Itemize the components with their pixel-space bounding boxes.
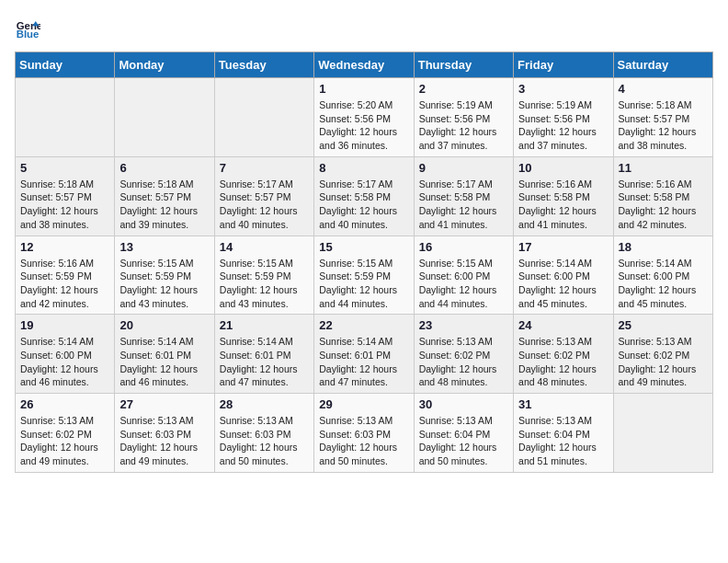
weekday-header-wednesday: Wednesday xyxy=(314,52,414,78)
day-number: 5 xyxy=(20,161,109,175)
day-info: Sunrise: 5:19 AMSunset: 5:56 PMDaylight:… xyxy=(419,98,508,153)
day-number: 27 xyxy=(119,397,209,411)
day-info: Sunrise: 5:17 AMSunset: 5:58 PMDaylight:… xyxy=(419,178,508,232)
day-info: Sunrise: 5:16 AMSunset: 5:58 PMDaylight:… xyxy=(619,178,708,232)
day-number: 10 xyxy=(518,161,608,175)
calendar-cell: 3Sunrise: 5:19 AMSunset: 5:56 PMDaylight… xyxy=(514,78,613,157)
day-info: Sunrise: 5:13 AMSunset: 6:02 PMDaylight:… xyxy=(20,414,109,468)
calendar-cell: 4Sunrise: 5:18 AMSunset: 5:57 PMDaylight… xyxy=(613,78,712,157)
calendar-cell: 23Sunrise: 5:13 AMSunset: 6:02 PMDayligh… xyxy=(414,315,513,394)
day-number: 2 xyxy=(419,82,508,96)
weekday-header-saturday: Saturday xyxy=(613,52,712,78)
day-number: 30 xyxy=(419,397,508,411)
day-info: Sunrise: 5:19 AMSunset: 5:56 PMDaylight:… xyxy=(518,98,608,153)
calendar-week-5: 26Sunrise: 5:13 AMSunset: 6:02 PMDayligh… xyxy=(16,394,713,473)
calendar-cell: 10Sunrise: 5:16 AMSunset: 5:58 PMDayligh… xyxy=(514,156,613,236)
day-number: 24 xyxy=(518,318,608,332)
day-number: 29 xyxy=(319,397,408,411)
calendar-cell: 30Sunrise: 5:13 AMSunset: 6:04 PMDayligh… xyxy=(414,394,513,473)
calendar-cell: 14Sunrise: 5:15 AMSunset: 5:59 PMDayligh… xyxy=(214,236,313,315)
day-number: 17 xyxy=(518,240,608,254)
day-info: Sunrise: 5:13 AMSunset: 6:02 PMDaylight:… xyxy=(518,335,608,389)
day-info: Sunrise: 5:15 AMSunset: 5:59 PMDaylight:… xyxy=(220,257,309,311)
calendar-cell: 29Sunrise: 5:13 AMSunset: 6:03 PMDayligh… xyxy=(314,394,414,473)
day-info: Sunrise: 5:15 AMSunset: 5:59 PMDaylight:… xyxy=(319,257,408,311)
calendar-cell xyxy=(214,78,313,157)
day-number: 15 xyxy=(319,240,408,254)
calendar-week-2: 5Sunrise: 5:18 AMSunset: 5:57 PMDaylight… xyxy=(16,156,713,236)
calendar-cell xyxy=(115,78,214,157)
weekday-header-monday: Monday xyxy=(115,52,214,78)
day-info: Sunrise: 5:13 AMSunset: 6:02 PMDaylight:… xyxy=(419,335,508,389)
day-info: Sunrise: 5:13 AMSunset: 6:03 PMDaylight:… xyxy=(319,414,408,468)
calendar-cell: 20Sunrise: 5:14 AMSunset: 6:01 PMDayligh… xyxy=(115,315,214,394)
calendar-week-3: 12Sunrise: 5:16 AMSunset: 5:59 PMDayligh… xyxy=(16,236,713,315)
day-number: 16 xyxy=(419,240,508,254)
day-number: 6 xyxy=(119,161,209,175)
calendar-cell: 8Sunrise: 5:17 AMSunset: 5:58 PMDaylight… xyxy=(314,156,414,236)
weekday-header-thursday: Thursday xyxy=(414,52,513,78)
day-info: Sunrise: 5:15 AMSunset: 6:00 PMDaylight:… xyxy=(419,257,508,311)
calendar-cell: 7Sunrise: 5:17 AMSunset: 5:57 PMDaylight… xyxy=(214,156,313,236)
day-number: 28 xyxy=(220,397,309,411)
calendar-cell: 11Sunrise: 5:16 AMSunset: 5:58 PMDayligh… xyxy=(613,156,712,236)
day-number: 23 xyxy=(419,318,508,332)
day-number: 1 xyxy=(319,82,408,96)
day-info: Sunrise: 5:16 AMSunset: 5:59 PMDaylight:… xyxy=(20,257,109,311)
day-number: 26 xyxy=(20,397,109,411)
day-number: 7 xyxy=(220,161,309,175)
day-info: Sunrise: 5:16 AMSunset: 5:58 PMDaylight:… xyxy=(518,178,608,232)
day-number: 8 xyxy=(319,161,408,175)
day-info: Sunrise: 5:17 AMSunset: 5:58 PMDaylight:… xyxy=(319,178,408,232)
page-header: General Blue xyxy=(15,15,713,40)
day-info: Sunrise: 5:15 AMSunset: 5:59 PMDaylight:… xyxy=(119,257,209,311)
calendar-cell: 31Sunrise: 5:13 AMSunset: 6:04 PMDayligh… xyxy=(514,394,613,473)
weekday-header-tuesday: Tuesday xyxy=(214,52,313,78)
calendar-cell: 9Sunrise: 5:17 AMSunset: 5:58 PMDaylight… xyxy=(414,156,513,236)
day-number: 3 xyxy=(518,82,608,96)
day-number: 11 xyxy=(619,161,708,175)
calendar-cell xyxy=(16,78,115,157)
calendar-cell: 21Sunrise: 5:14 AMSunset: 6:01 PMDayligh… xyxy=(214,315,313,394)
day-number: 9 xyxy=(419,161,508,175)
day-info: Sunrise: 5:18 AMSunset: 5:57 PMDaylight:… xyxy=(20,178,109,232)
day-number: 25 xyxy=(619,318,708,332)
calendar-cell: 1Sunrise: 5:20 AMSunset: 5:56 PMDaylight… xyxy=(314,78,414,157)
day-number: 31 xyxy=(518,397,608,411)
day-number: 19 xyxy=(20,318,109,332)
day-info: Sunrise: 5:13 AMSunset: 6:03 PMDaylight:… xyxy=(119,414,209,468)
day-info: Sunrise: 5:13 AMSunset: 6:03 PMDaylight:… xyxy=(220,414,309,468)
day-number: 18 xyxy=(619,240,708,254)
calendar-cell: 12Sunrise: 5:16 AMSunset: 5:59 PMDayligh… xyxy=(16,236,115,315)
day-number: 20 xyxy=(119,318,209,332)
day-number: 21 xyxy=(220,318,309,332)
day-info: Sunrise: 5:20 AMSunset: 5:56 PMDaylight:… xyxy=(319,98,408,153)
day-info: Sunrise: 5:14 AMSunset: 6:01 PMDaylight:… xyxy=(119,335,209,389)
calendar-week-4: 19Sunrise: 5:14 AMSunset: 6:00 PMDayligh… xyxy=(16,315,713,394)
calendar-cell: 27Sunrise: 5:13 AMSunset: 6:03 PMDayligh… xyxy=(115,394,214,473)
day-info: Sunrise: 5:17 AMSunset: 5:57 PMDaylight:… xyxy=(220,178,309,232)
day-info: Sunrise: 5:13 AMSunset: 6:02 PMDaylight:… xyxy=(619,335,708,389)
day-info: Sunrise: 5:18 AMSunset: 5:57 PMDaylight:… xyxy=(119,178,209,232)
logo: General Blue xyxy=(15,15,44,40)
day-number: 4 xyxy=(619,82,708,96)
day-number: 22 xyxy=(319,318,408,332)
calendar-cell: 18Sunrise: 5:14 AMSunset: 6:00 PMDayligh… xyxy=(613,236,712,315)
calendar-cell: 2Sunrise: 5:19 AMSunset: 5:56 PMDaylight… xyxy=(414,78,513,157)
day-info: Sunrise: 5:18 AMSunset: 5:57 PMDaylight:… xyxy=(619,98,708,153)
logo-icon: General Blue xyxy=(15,15,40,40)
calendar-cell: 28Sunrise: 5:13 AMSunset: 6:03 PMDayligh… xyxy=(214,394,313,473)
day-info: Sunrise: 5:14 AMSunset: 6:00 PMDaylight:… xyxy=(619,257,708,311)
calendar-cell: 15Sunrise: 5:15 AMSunset: 5:59 PMDayligh… xyxy=(314,236,414,315)
day-info: Sunrise: 5:13 AMSunset: 6:04 PMDaylight:… xyxy=(518,414,608,468)
calendar-cell: 13Sunrise: 5:15 AMSunset: 5:59 PMDayligh… xyxy=(115,236,214,315)
day-number: 12 xyxy=(20,240,109,254)
weekday-header-sunday: Sunday xyxy=(16,52,115,78)
day-info: Sunrise: 5:14 AMSunset: 6:00 PMDaylight:… xyxy=(20,335,109,389)
day-number: 14 xyxy=(220,240,309,254)
svg-text:Blue: Blue xyxy=(17,29,40,40)
day-info: Sunrise: 5:14 AMSunset: 6:00 PMDaylight:… xyxy=(518,257,608,311)
calendar-cell: 17Sunrise: 5:14 AMSunset: 6:00 PMDayligh… xyxy=(514,236,613,315)
weekday-header-friday: Friday xyxy=(514,52,613,78)
calendar-cell xyxy=(613,394,712,473)
